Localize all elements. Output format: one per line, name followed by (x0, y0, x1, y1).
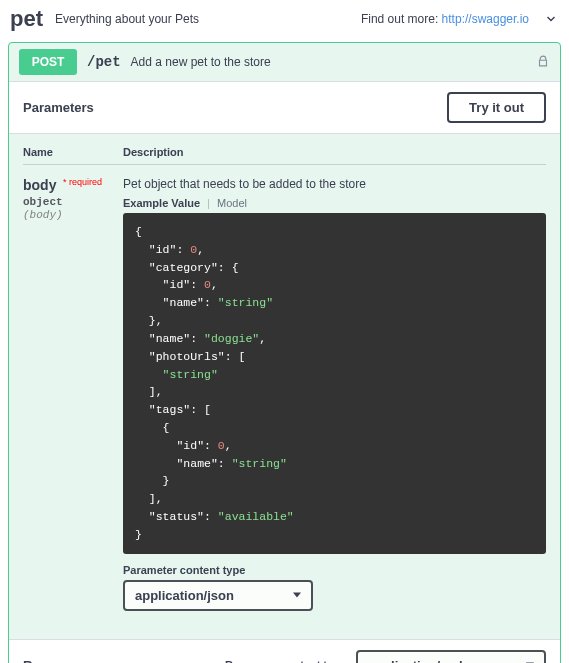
responses-header: Responses Response content type applicat… (9, 639, 560, 663)
param-content-type-select[interactable]: application/json (123, 580, 313, 611)
tag-description: Everything about your Pets (55, 12, 361, 26)
tab-separator: | (207, 197, 210, 209)
try-it-out-button[interactable]: Try it out (447, 92, 546, 123)
parameter-meta: body * required object (body) (23, 177, 123, 611)
tag-name: pet (10, 6, 43, 32)
tag-header[interactable]: pet Everything about your Pets Find out … (0, 0, 569, 42)
parameters-table-header: Name Description (23, 146, 546, 165)
parameter-description-cell: Pet object that needs to be added to the… (123, 177, 546, 611)
find-out-more-label: Find out more: (361, 12, 438, 26)
operation-summary-text: Add a new pet to the store (131, 55, 536, 69)
tab-example-value[interactable]: Example Value (123, 197, 200, 209)
parameters-body: Name Description body * required object … (9, 134, 560, 639)
parameter-description: Pet object that needs to be added to the… (123, 177, 546, 191)
param-content-type-label: Parameter content type (123, 564, 546, 576)
required-marker: * required (63, 177, 102, 187)
response-content-type-select-wrap: application/xml (356, 650, 546, 663)
response-content-type-label: Response content type (225, 659, 346, 663)
operation-block: POST /pet Add a new pet to the store Par… (8, 42, 561, 663)
operation-summary[interactable]: POST /pet Add a new pet to the store (9, 43, 560, 81)
http-method-badge: POST (19, 49, 77, 75)
responses-title: Responses (23, 658, 92, 663)
chevron-down-icon[interactable] (543, 11, 559, 27)
example-model-tabs: Example Value | Model (123, 197, 546, 209)
column-description-header: Description (123, 146, 546, 158)
parameters-title: Parameters (23, 100, 94, 115)
external-docs-link[interactable]: http://swagger.io (442, 12, 529, 26)
operation-path: /pet (87, 54, 121, 70)
parameter-type: object (23, 196, 123, 208)
column-name-header: Name (23, 146, 123, 158)
response-content-type-select[interactable]: application/xml (356, 650, 546, 663)
parameters-header: Parameters Try it out (9, 81, 560, 134)
parameter-in: (body) (23, 209, 123, 221)
example-json-block[interactable]: { "id": 0, "category": { "id": 0, "name"… (123, 213, 546, 554)
param-content-type-select-wrap: application/json (123, 580, 313, 611)
parameter-row: body * required object (body) Pet object… (23, 177, 546, 611)
parameter-name: body (23, 177, 56, 193)
tag-external-docs: Find out more: http://swagger.io (361, 12, 529, 26)
lock-icon[interactable] (536, 54, 550, 71)
tab-model[interactable]: Model (217, 197, 247, 209)
